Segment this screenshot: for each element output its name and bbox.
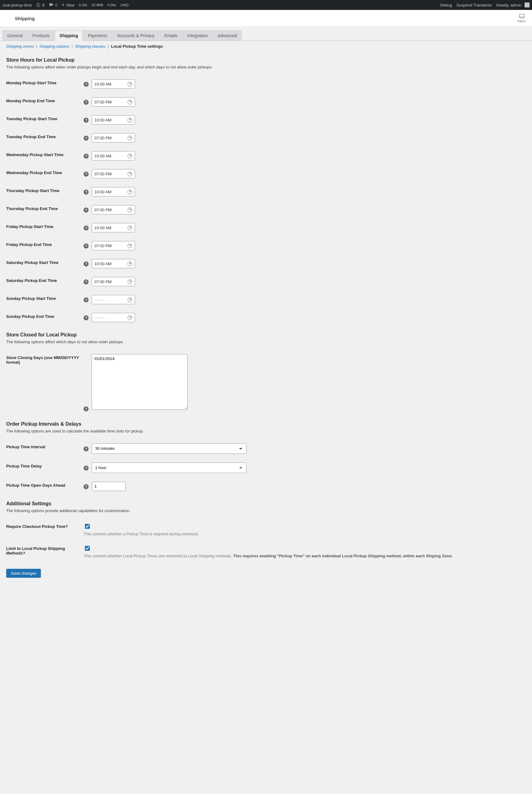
clock-icon [128,279,132,284]
help-icon[interactable]: ? [83,279,89,284]
help-icon[interactable]: ? [83,172,89,177]
clock-icon [128,100,132,105]
clock-icon [128,136,132,140]
wed-start-input[interactable]: 10:00 AM [92,151,135,161]
help-icon[interactable]: ? [83,261,89,266]
fri-end-label: Friday Pickup End Time [6,237,83,255]
help-icon[interactable]: ? [83,225,89,230]
tab-products[interactable]: Products [28,30,54,41]
help-icon[interactable]: ? [83,118,89,123]
thu-end-input[interactable]: 07:00 PM [92,205,135,215]
sub-nav: Shipping zones | Shipping options | Ship… [0,41,532,52]
store-hours-heading: Store Hours for Local Pickup [6,57,526,63]
tue-start-label: Tuesday Pickup Start Time [6,111,83,129]
mon-end-input[interactable]: 07:00 PM [92,97,135,107]
help-icon[interactable]: ? [83,190,89,195]
updates-link[interactable]: 8 [36,3,44,7]
help-icon[interactable]: ? [83,82,89,87]
help-icon[interactable]: ? [83,297,89,302]
help-icon[interactable]: ? [83,100,89,105]
memory[interactable]: 20.4MB [91,3,103,7]
avatar [525,2,530,7]
interval-select[interactable]: 30 minutes [92,443,247,454]
clock-icon [128,172,132,176]
require-checkout-checkbox[interactable] [85,524,90,529]
limit-local-desc: This controls whether Local Pickup Times… [83,554,523,558]
help-icon[interactable]: ? [83,315,89,320]
sun-start-input[interactable]: --:-- -- [92,295,135,304]
help-icon[interactable]: ? [83,207,89,213]
help-icon[interactable]: ? [83,136,89,141]
mon-start-label: Monday Pickup Start Time [6,75,83,93]
limit-local-checkbox[interactable] [85,546,90,551]
sat-end-input[interactable]: 07:00 PM [92,277,135,286]
help-icon[interactable]: ? [83,243,89,248]
sun-end-label: Sunday Pickup End Time [6,309,83,327]
closing-days-label: Store Closing Days (use MM/DD/YYYY forma… [6,350,83,416]
inbox-button[interactable]: Inbox [517,14,526,23]
subnav-shipping-classes[interactable]: Shipping classes [75,44,105,49]
tab-general[interactable]: General [2,30,27,41]
clock-icon [128,82,132,87]
howdy-link[interactable]: Howdy, admin [496,2,530,7]
additional-heading: Additional Settings [6,501,526,506]
clock-icon [128,207,132,212]
sat-start-input[interactable]: 10:00 AM [92,259,135,268]
store-closed-desc: The following options affect which days … [6,339,526,344]
fri-start-input[interactable]: 10:00 AM [92,223,135,232]
clock-icon [128,118,132,122]
help-icon[interactable]: ? [83,446,89,451]
closing-days-textarea[interactable]: 01/01/2014 [92,354,188,410]
tab-shipping[interactable]: Shipping [55,30,83,41]
save-button[interactable]: Save changes [6,569,41,578]
mon-start-input[interactable]: 10:00 AM [92,79,135,89]
help-icon[interactable]: ? [83,154,89,159]
days-ahead-label: Pickup Time Open Days Ahead [6,477,83,495]
thu-start-input[interactable]: 10:00 AM [92,187,135,197]
delay-select[interactable]: 1 hour [92,463,247,473]
timing-1[interactable]: 0.20s [79,3,87,7]
days-ahead-input[interactable] [92,482,126,491]
tab-accounts-privacy[interactable]: Accounts & Privacy [112,30,159,41]
fri-end-input[interactable]: 07:00 PM [92,241,135,250]
tue-end-input[interactable]: 07:00 PM [92,133,135,143]
clock-icon [128,315,132,320]
site-link[interactable]: ocal-pickup-time [2,3,32,7]
subnav-current: Local Pickup Time settings [111,44,163,49]
page-title: Shipping [6,16,35,21]
help-icon[interactable]: ? [83,484,89,489]
help-icon[interactable]: ? [83,406,89,411]
fri-start-label: Friday Pickup Start Time [6,219,83,237]
clock-icon [128,190,132,194]
intervals-desc: The following options are used to calcul… [6,429,526,433]
tue-end-label: Tuesday Pickup End Time [6,129,83,147]
comments-link[interactable]: 0 [49,3,57,7]
help-icon[interactable]: ? [83,466,89,470]
form-table-hours: Monday Pickup Start Time?10:00 AMMonday … [6,75,526,327]
subnav-shipping-options[interactable]: Shipping options [40,44,69,49]
timing-2[interactable]: 0.04s [108,3,116,7]
admin-bar: ocal-pickup-time 8 0 + New 0.20s 20.4MB … [0,0,532,10]
updates-count: 8 [42,3,44,7]
sun-end-input[interactable]: --:-- -- [92,313,135,322]
additional-desc: The following options provide additional… [6,509,526,513]
tab-emails[interactable]: Emails [160,30,182,41]
store-hours-desc: The following options affect when order … [6,65,526,69]
thu-end-label: Thursday Pickup End Time [6,201,83,219]
tue-start-input[interactable]: 10:00 AM [92,115,135,125]
subnav-shipping-zones[interactable]: Shipping zones [6,44,34,49]
tab-advanced[interactable]: Advanced [213,30,242,41]
wed-end-input[interactable]: 07:00 PM [92,169,135,179]
tab-integration[interactable]: Integration [183,30,212,41]
clock-icon [128,261,132,266]
tab-payments[interactable]: Payments [83,30,112,41]
queries[interactable]: 149Q [120,3,129,7]
form-table-closed: Store Closing Days (use MM/DD/YYYY forma… [6,350,526,416]
new-link[interactable]: + New [62,2,74,8]
debug-link[interactable]: Debug [440,3,452,7]
inbox-icon [519,14,525,19]
new-label: New [66,3,74,7]
require-checkout-desc: This controls whether a Pickup Time is r… [83,532,523,536]
clock-icon [128,297,132,302]
suspend-transients-link[interactable]: Suspend Transients [456,3,492,7]
